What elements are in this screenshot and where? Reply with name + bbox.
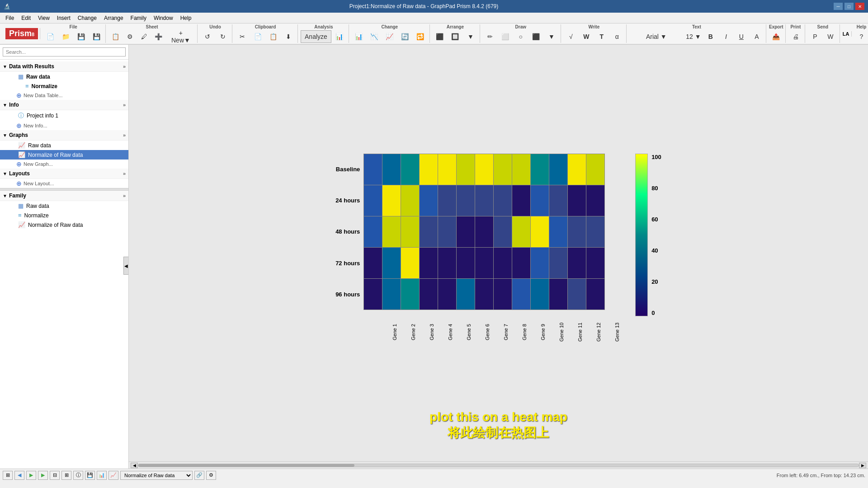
cell-0-4[interactable] <box>438 154 456 185</box>
cell-4-12[interactable] <box>586 279 604 310</box>
sheet-btn2[interactable]: ⚙ <box>123 30 137 43</box>
search-input[interactable] <box>3 47 126 56</box>
sheet-btn3[interactable]: 🖊 <box>137 30 151 43</box>
nav-add-graph[interactable]: ⊕ New Graph... <box>0 160 128 169</box>
change-btn1[interactable]: 📊 <box>352 30 366 43</box>
new-button[interactable]: 📄 <box>43 30 57 43</box>
nav-raw-data[interactable]: ▦ Raw data <box>0 72 128 81</box>
send-ppt[interactable]: P <box>808 30 822 43</box>
text-font-select[interactable]: Arial ▼ <box>629 30 684 43</box>
scroll-left-button[interactable]: ◀ <box>131 463 138 468</box>
section-expand-graphs[interactable]: » <box>123 132 126 138</box>
write-alpha[interactable]: α <box>610 30 624 43</box>
cell-0-7[interactable] <box>494 154 512 185</box>
cell-3-1[interactable] <box>382 248 401 278</box>
nav-first-button[interactable]: ⊞ <box>3 471 13 480</box>
cell-2-12[interactable] <box>586 216 604 247</box>
nav-add-layout[interactable]: ⊕ New Layout... <box>0 179 128 188</box>
section-family[interactable]: ▼ Family » <box>0 191 128 201</box>
draw-btn1[interactable]: ✏ <box>483 30 497 43</box>
cell-2-0[interactable] <box>364 216 382 247</box>
cell-4-1[interactable] <box>382 279 401 310</box>
menu-edit[interactable]: Edit <box>18 14 34 22</box>
cell-4-5[interactable] <box>457 279 475 310</box>
sheet-btn4[interactable]: ➕ <box>152 30 165 43</box>
draw-btn2[interactable]: ⬜ <box>498 30 513 43</box>
cell-3-8[interactable] <box>512 248 530 278</box>
cell-1-3[interactable] <box>420 185 438 216</box>
cell-4-7[interactable] <box>494 279 512 310</box>
arrange-btn1[interactable]: ⬛ <box>433 30 447 43</box>
cell-3-2[interactable] <box>401 248 419 278</box>
cell-3-11[interactable] <box>568 248 586 278</box>
send-word[interactable]: W <box>823 30 838 43</box>
nav-add-info[interactable]: ⊕ New Info... <box>0 121 128 130</box>
text-color[interactable]: A <box>750 30 764 43</box>
section-info[interactable]: ▼ Info » <box>0 100 128 110</box>
cell-2-1[interactable] <box>382 216 401 247</box>
cell-2-2[interactable] <box>401 216 419 247</box>
cell-1-1[interactable] <box>382 185 401 216</box>
scroll-area[interactable]: ◀ ▶ <box>129 461 868 469</box>
cell-4-4[interactable] <box>438 279 456 310</box>
scrollbar-thumb[interactable] <box>138 464 354 467</box>
maximize-button[interactable]: □ <box>844 3 854 10</box>
sheet-dropdown[interactable]: Normalize of Raw data <box>120 471 193 480</box>
undo-button[interactable]: ↺ <box>200 30 215 43</box>
draw-select[interactable]: ▼ <box>544 30 559 43</box>
section-graphs[interactable]: ▼ Graphs » <box>0 130 128 141</box>
cell-1-12[interactable] <box>586 185 604 216</box>
cell-4-2[interactable] <box>401 279 419 310</box>
section-expand-info[interactable]: » <box>123 102 126 108</box>
cell-0-12[interactable] <box>586 154 604 185</box>
section-expand-data[interactable]: » <box>123 64 126 69</box>
sheet-btn1[interactable]: 📋 <box>108 30 122 43</box>
text-underline[interactable]: U <box>734 30 749 43</box>
cell-1-10[interactable] <box>549 185 567 216</box>
link-settings-button[interactable]: ⚙ <box>206 471 216 480</box>
cell-0-5[interactable] <box>457 154 475 185</box>
cell-0-3[interactable] <box>420 154 438 185</box>
cell-1-4[interactable] <box>438 185 456 216</box>
cell-1-5[interactable] <box>457 185 475 216</box>
section-expand-family[interactable]: » <box>123 193 126 198</box>
cell-0-0[interactable] <box>364 154 382 185</box>
draw-btn3[interactable]: ○ <box>514 30 528 43</box>
cell-1-7[interactable] <box>494 185 512 216</box>
close-button[interactable]: ✕ <box>855 3 864 10</box>
nav-graph-normalize[interactable]: 📈 Normalize of Raw data <box>0 150 128 160</box>
change-btn3[interactable]: 📈 <box>382 30 397 43</box>
menu-help[interactable]: Help <box>177 14 195 22</box>
menu-window[interactable]: Window <box>150 14 177 22</box>
cell-1-11[interactable] <box>568 185 586 216</box>
cell-3-6[interactable] <box>475 248 493 278</box>
cell-0-1[interactable] <box>382 154 401 185</box>
copy-button[interactable]: 📄 <box>250 30 265 43</box>
menu-view[interactable]: View <box>34 14 53 22</box>
nav-play-button[interactable]: ▶ <box>26 471 36 480</box>
cell-2-4[interactable] <box>438 216 456 247</box>
section-layouts[interactable]: ▼ Layouts » <box>0 169 128 179</box>
nav-graph-button[interactable]: 📈 <box>108 471 118 480</box>
cell-0-10[interactable] <box>549 154 567 185</box>
cell-3-12[interactable] <box>586 248 604 278</box>
cell-1-8[interactable] <box>512 185 530 216</box>
paste-special-button[interactable]: ⬇ <box>281 30 296 43</box>
cell-2-11[interactable] <box>568 216 586 247</box>
cell-2-8[interactable] <box>512 216 530 247</box>
nav-graph-raw[interactable]: 📈 Raw data <box>0 141 128 150</box>
menu-file[interactable]: File <box>2 14 18 22</box>
section-expand-layouts[interactable]: » <box>123 171 126 176</box>
new-sheet-button[interactable]: + New▼ <box>166 30 195 43</box>
cut-button[interactable]: ✂ <box>235 30 250 43</box>
help-button[interactable]: ? <box>854 30 868 43</box>
text-size-select[interactable]: 12 ▼ <box>684 30 703 43</box>
nav-chart-button[interactable]: 📊 <box>97 471 107 480</box>
link-button[interactable]: 🔗 <box>194 471 204 480</box>
write-sqrt[interactable]: √ <box>564 30 578 43</box>
nav-info-button[interactable]: ⓘ <box>73 471 83 480</box>
cell-2-9[interactable] <box>531 216 549 247</box>
cell-0-2[interactable] <box>401 154 419 185</box>
cell-3-9[interactable] <box>531 248 549 278</box>
cell-2-10[interactable] <box>549 216 567 247</box>
